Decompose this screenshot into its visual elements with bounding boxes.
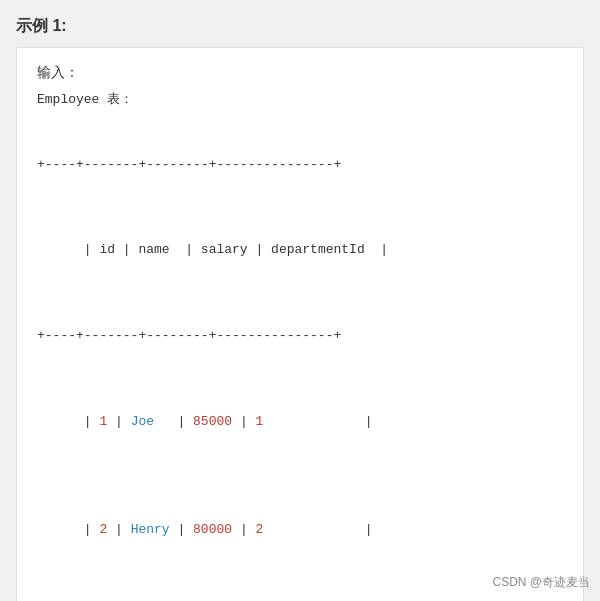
employee-table: +----+-------+--------+---------------+ …	[37, 112, 563, 601]
section-title: 示例 1:	[16, 16, 584, 37]
emp-row-2: | 2 | Henry | 80000 | 2 |	[37, 497, 563, 563]
employee-label: Employee 表：	[37, 90, 563, 108]
content-box: 输入： Employee 表： +----+-------+--------+-…	[16, 47, 584, 601]
emp-header: | id | name | salary | departmentId |	[37, 217, 563, 283]
emp-border-mid: +----+-------+--------+---------------+	[37, 325, 563, 347]
watermark: CSDN @奇迹麦当	[492, 574, 590, 591]
input-label: 输入：	[37, 64, 563, 82]
emp-border-top: +----+-------+--------+---------------+	[37, 154, 563, 176]
emp-row-1: | 1 | Joe | 85000 | 1 |	[37, 389, 563, 455]
